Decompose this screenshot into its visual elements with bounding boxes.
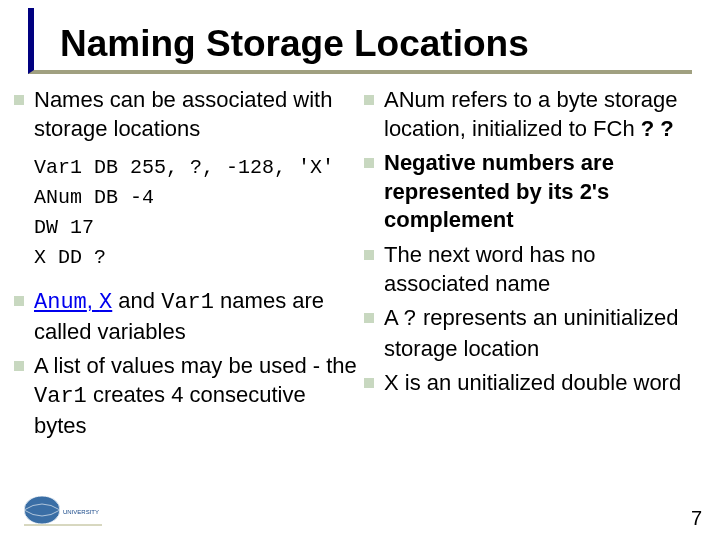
bullet-item: A list of values may be used - the Var1 …: [14, 352, 358, 440]
bullet-item: The next word has no associated name: [364, 241, 706, 298]
bullet-item: A ? represents an uninitialized storage …: [364, 304, 706, 363]
code-span: Var1: [34, 384, 87, 409]
bold-text: ? ?: [641, 116, 674, 141]
slide: Naming Storage Locations Names can be as…: [0, 0, 720, 540]
bullet-icon: [14, 95, 24, 105]
bullet-text: A list of values may be used - the Var1 …: [34, 352, 358, 440]
bullet-icon: [364, 250, 374, 260]
left-column: Names can be associated with storage loc…: [14, 86, 364, 446]
bullet-item: Negative numbers are represented by its …: [364, 149, 706, 235]
bullet-icon: [14, 296, 24, 306]
slide-title: Naming Storage Locations: [60, 25, 529, 70]
code-block: Var1 DB 255, ?, -128, 'X' ANum DB -4 DW …: [34, 153, 358, 273]
svg-text:UNIVERSITY: UNIVERSITY: [63, 509, 99, 515]
bullet-text: Names can be associated with storage loc…: [34, 86, 358, 143]
bullet-text: The next word has no associated name: [384, 241, 706, 298]
bullet-icon: [364, 378, 374, 388]
code-span: Anum: [34, 290, 87, 315]
bullet-icon: [364, 158, 374, 168]
bullet-item: Names can be associated with storage loc…: [14, 86, 358, 143]
logo-image: UNIVERSITY: [18, 492, 108, 530]
title-container: Naming Storage Locations: [28, 8, 692, 74]
code-span: Var1: [161, 290, 214, 315]
bullet-text: A ? represents an uninitialized storage …: [384, 304, 706, 363]
bullet-text: ANum refers to a byte storage location, …: [384, 86, 706, 143]
content-columns: Names can be associated with storage loc…: [14, 86, 706, 446]
right-column: ANum refers to a byte storage location, …: [364, 86, 706, 446]
bullet-icon: [364, 95, 374, 105]
bullet-icon: [14, 361, 24, 371]
bullet-text: Anum, X and Var1 names are called variab…: [34, 287, 358, 346]
code-span: ?: [404, 307, 417, 332]
bullet-icon: [364, 313, 374, 323]
bullet-text: Negative numbers are represented by its …: [384, 149, 706, 235]
bullet-item: Anum, X and Var1 names are called variab…: [14, 287, 358, 346]
bullet-item: ANum refers to a byte storage location, …: [364, 86, 706, 143]
bullet-item: X is an unitialized double word: [364, 369, 706, 398]
page-number: 7: [691, 507, 702, 530]
bullet-text: X is an unitialized double word: [384, 369, 681, 398]
code-span: X: [99, 290, 112, 315]
